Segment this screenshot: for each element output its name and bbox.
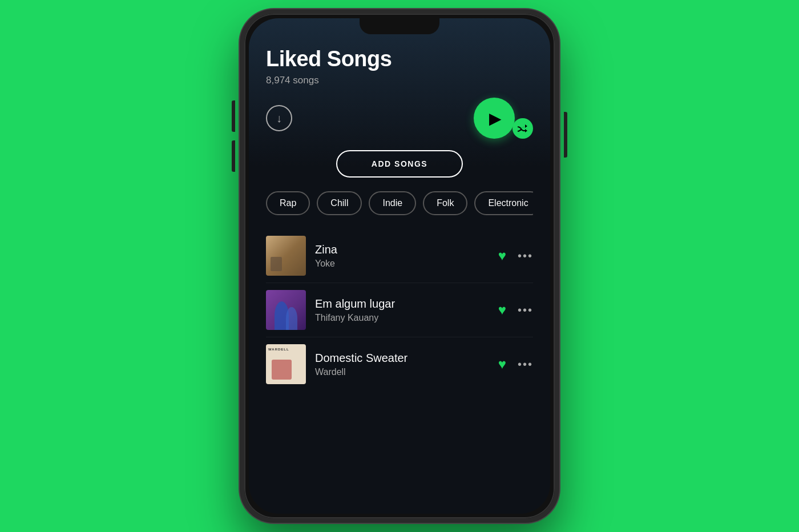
genre-chip-rap[interactable]: Rap xyxy=(266,191,310,215)
genre-chip-chill[interactable]: Chill xyxy=(317,191,362,215)
like-button-domestic[interactable]: ♥ xyxy=(498,356,506,372)
song-artist-zina: Yoke xyxy=(315,259,489,269)
song-thumb-domestic xyxy=(266,344,306,384)
download-icon: ↓ xyxy=(276,112,282,125)
song-artist-domestic: Wardell xyxy=(315,367,489,377)
thumb-art-em xyxy=(266,290,306,330)
thumb-art-zina xyxy=(266,236,306,276)
song-row-em: Em algum lugar Thifany Kauany ♥ ••• xyxy=(266,283,533,337)
phone-screen: Liked Songs 8,974 songs ↓ ▶ xyxy=(249,18,550,514)
thumb-art-domestic xyxy=(266,344,306,384)
song-thumb-zina xyxy=(266,236,306,276)
song-actions-zina: ♥ ••• xyxy=(498,248,533,264)
volume-down-button xyxy=(232,140,235,172)
shuffle-icon xyxy=(518,124,528,132)
download-button[interactable]: ↓ xyxy=(266,105,292,131)
song-title-domestic: Domestic Sweater xyxy=(315,352,489,365)
song-row-zina: Zina Yoke ♥ ••• xyxy=(266,229,533,283)
song-title-em: Em algum lugar xyxy=(315,297,489,311)
song-info-zina: Zina Yoke xyxy=(315,243,489,269)
power-button xyxy=(564,112,567,158)
like-button-zina[interactable]: ♥ xyxy=(498,248,506,264)
play-icon: ▶ xyxy=(489,109,502,128)
genre-chip-indie[interactable]: Indie xyxy=(369,191,416,215)
song-info-em: Em algum lugar Thifany Kauany xyxy=(315,297,489,323)
shuffle-button[interactable] xyxy=(513,118,533,139)
more-button-em[interactable]: ••• xyxy=(518,304,533,317)
genre-filters: Rap Chill Indie Folk Electronic xyxy=(266,191,533,215)
play-shuffle-group: ▶ xyxy=(474,98,533,139)
song-thumb-em xyxy=(266,290,306,330)
like-button-em[interactable]: ♥ xyxy=(498,302,506,318)
song-artist-em: Thifany Kauany xyxy=(315,313,489,323)
phone-frame: Liked Songs 8,974 songs ↓ ▶ xyxy=(240,9,559,523)
songs-list: Zina Yoke ♥ ••• xyxy=(266,229,533,391)
song-actions-em: ♥ ••• xyxy=(498,302,533,318)
song-title-zina: Zina xyxy=(315,243,489,256)
genre-chip-electronic[interactable]: Electronic xyxy=(474,191,533,215)
volume-up-button xyxy=(232,100,235,132)
playlist-title: Liked Songs xyxy=(266,47,533,71)
notch xyxy=(360,18,439,34)
controls-row: ↓ ▶ xyxy=(266,98,533,139)
more-button-domestic[interactable]: ••• xyxy=(518,358,533,371)
add-songs-button[interactable]: ADD SONGS xyxy=(336,150,463,178)
song-actions-domestic: ♥ ••• xyxy=(498,356,533,372)
phone-mockup: Liked Songs 8,974 songs ↓ ▶ xyxy=(240,9,559,523)
song-row-domestic: Domestic Sweater Wardell ♥ ••• xyxy=(266,337,533,391)
song-count: 8,974 songs xyxy=(266,75,533,86)
more-button-zina[interactable]: ••• xyxy=(518,249,533,263)
play-button[interactable]: ▶ xyxy=(474,98,515,139)
song-info-domestic: Domestic Sweater Wardell xyxy=(315,352,489,377)
screen-content: Liked Songs 8,974 songs ↓ ▶ xyxy=(249,18,550,514)
genre-chip-folk[interactable]: Folk xyxy=(423,191,467,215)
add-songs-row: ADD SONGS xyxy=(266,150,533,178)
